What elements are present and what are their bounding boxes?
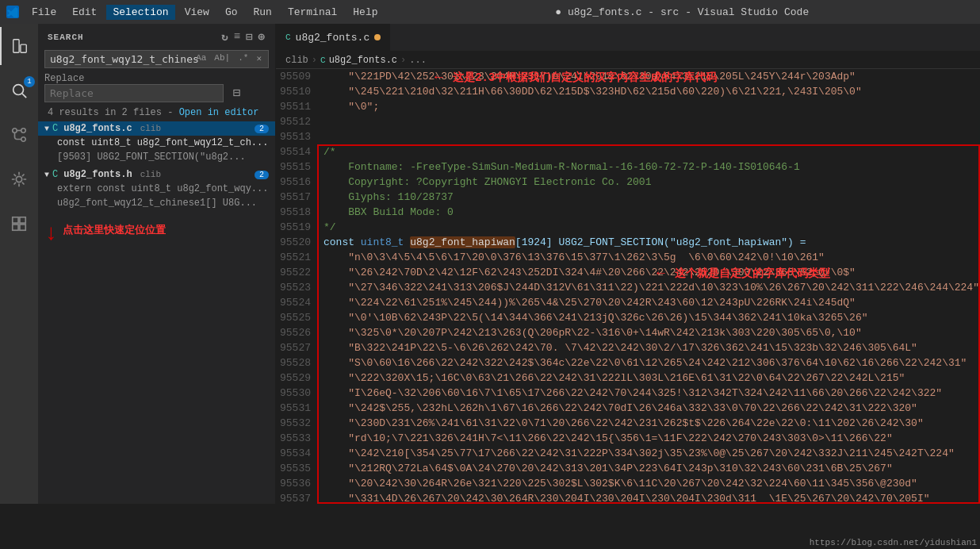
file-group-header-2[interactable]: ▼ C u8g2_fonts.h clib 2 <box>38 167 275 182</box>
match-word-icon[interactable]: Ab| <box>212 52 232 64</box>
tab-u8g2-fonts[interactable]: C u8g2_fonts.c <box>276 24 391 51</box>
menu-view[interactable]: View <box>178 5 216 20</box>
filename-1: u8g2_fonts.c <box>63 123 132 134</box>
menu-terminal[interactable]: Terminal <box>281 5 343 20</box>
search-input-wrap: Aa Ab| .* ✕ <box>38 47 275 71</box>
annotation-text: 点击这里快速定位位置 <box>63 223 166 237</box>
count-badge-2: 2 <box>255 171 269 179</box>
svg-rect-11 <box>20 225 25 230</box>
match-text-1-1: const uint8_t u8g2_font_wqy12_t_ch... <box>57 137 268 148</box>
replace-label: Replace <box>44 73 84 84</box>
replace-wrap: Replace ⊟ <box>38 71 275 104</box>
breadcrumb: clib › C u8g2_fonts.c › ... <box>276 52 980 69</box>
c-file-icon-2: C <box>52 169 58 180</box>
activity-extensions[interactable] <box>0 205 38 243</box>
sidebar-icons: ↻ ≡ ⊟ ⊕ <box>221 30 266 44</box>
filepath-2: clib <box>140 170 161 179</box>
breadcrumb-file[interactable]: u8g2_fonts.c <box>329 55 397 66</box>
menu-help[interactable]: Help <box>346 5 384 20</box>
main-layout: 1 S <box>0 24 980 504</box>
menu-file[interactable]: File <box>25 5 63 20</box>
breadcrumb-ellipsis[interactable]: ... <box>409 55 427 66</box>
activitybar: 1 <box>0 24 38 504</box>
activity-debug[interactable] <box>0 160 38 198</box>
file-match-1-1[interactable]: const uint8_t u8g2_font_wqy12_t_ch... <box>38 136 275 150</box>
svg-point-6 <box>21 129 26 133</box>
menu-run[interactable]: Run <box>247 5 278 20</box>
down-arrow-icon: ↓ <box>44 223 58 245</box>
titlebar: File Edit Selection View Go Run Terminal… <box>0 0 980 24</box>
svg-rect-0 <box>13 40 19 53</box>
c-file-icon-1: C <box>52 123 58 134</box>
svg-rect-9 <box>20 217 25 223</box>
svg-point-4 <box>13 129 17 133</box>
count-badge-1: 2 <box>255 125 269 133</box>
svg-point-5 <box>21 137 26 142</box>
breadcrumb-sep-2: › <box>400 55 406 66</box>
new-search-icon[interactable]: ⊕ <box>258 30 266 44</box>
search-options: Aa Ab| .* ✕ <box>193 52 264 64</box>
replace-options-icon[interactable]: ⊟ <box>233 86 241 101</box>
sidebar-title: SEARCH <box>48 33 84 42</box>
file-match-2-2[interactable]: u8g2_font_wqy12_t_chinese1[] U8G... <box>38 196 275 210</box>
match-text-2-1: extern const uint8_t u8g2_font_wqy... <box>57 183 268 194</box>
file-match-1-2[interactable]: [9503] U8G2_FONT_SECTION("u8g2... <box>38 150 275 164</box>
results-count: 4 results in 2 files - <box>48 107 179 118</box>
results-header: 4 results in 2 files - Open in editor <box>38 104 275 121</box>
match-case-icon[interactable]: Aa <box>193 52 209 64</box>
activity-explorer[interactable] <box>0 27 38 65</box>
breadcrumb-c-icon: C <box>320 56 326 65</box>
regex-icon[interactable]: .* <box>235 52 251 64</box>
menu-edit[interactable]: Edit <box>66 5 103 20</box>
search-badge: 1 <box>24 76 35 87</box>
watermark: https://blog.csdn.net/yidushian1 <box>810 538 977 547</box>
svg-point-2 <box>13 85 24 95</box>
menu-go[interactable]: Go <box>219 5 244 20</box>
filepath-1: clib <box>140 124 161 133</box>
clear-icon[interactable]: ≡ <box>234 30 241 44</box>
svg-line-3 <box>22 94 26 98</box>
activity-source-control[interactable] <box>0 116 38 154</box>
refresh-icon[interactable]: ↻ <box>221 30 228 44</box>
sidebar-header: SEARCH ↻ ≡ ⊟ ⊕ <box>38 24 275 47</box>
breadcrumb-sep-1: › <box>312 55 317 66</box>
code-content[interactable]: "\221PD\42\252\301\223\204H\231Y)b\241\2… <box>317 69 980 504</box>
sidebar-annotation: ↓ 点击这里快速定位位置 <box>38 213 275 245</box>
chevron-down-icon-2: ▼ <box>44 171 49 179</box>
svg-rect-10 <box>13 225 18 230</box>
tab-label: u8g2_fonts.c <box>296 32 370 44</box>
line-numbers: 9550995510955119551295513955149551595516… <box>276 69 317 504</box>
svg-rect-1 <box>21 44 26 52</box>
tab-file-icon: C <box>285 33 291 42</box>
file-group-header-1[interactable]: ▼ C u8g2_fonts.c clib 2 <box>38 121 275 136</box>
editor-area: C u8g2_fonts.c clib › C u8g2_fonts.c › .… <box>276 24 980 504</box>
sidebar: SEARCH ↻ ≡ ⊟ ⊕ Aa Ab| .* ✕ Replace ⊟ 4 r… <box>38 24 276 504</box>
replace-input[interactable] <box>44 84 224 102</box>
svg-rect-8 <box>13 217 18 223</box>
filename-2: u8g2_fonts.h <box>63 169 132 180</box>
tab-modified-dot <box>374 34 381 40</box>
window-title: ● u8g2_fonts.c - src - Visual Studio Cod… <box>391 6 974 18</box>
file-group-2: ▼ C u8g2_fonts.h clib 2 extern const uin… <box>38 167 275 210</box>
vscode-icon <box>6 6 19 18</box>
chevron-down-icon-1: ▼ <box>44 125 49 133</box>
match-text-1-2: [9503] U8G2_FONT_SECTION("u8g2... <box>57 152 246 163</box>
tabbar: C u8g2_fonts.c <box>276 24 980 52</box>
file-group-1: ▼ C u8g2_fonts.c clib 2 const uint8_t u8… <box>38 121 275 164</box>
close-search-icon[interactable]: ✕ <box>254 52 264 64</box>
code-container: ← 这是2.3中根据我们自定义的汉字内容生成的字库代码 ← 这个就是自定义的字库… <box>276 69 980 504</box>
match-text-2-2: u8g2_font_wqy12_t_chinese1[] U8G... <box>57 198 257 209</box>
collapse-icon[interactable]: ⊟ <box>246 30 253 44</box>
menu-bar: File Edit Selection View Go Run Terminal… <box>25 5 385 20</box>
arrow-container: ↓ <box>44 223 58 245</box>
breadcrumb-clib[interactable]: clib <box>285 55 308 66</box>
file-match-2-1[interactable]: extern const uint8_t u8g2_font_wqy... <box>38 182 275 196</box>
menu-selection[interactable]: Selection <box>106 5 174 20</box>
svg-point-7 <box>16 176 21 182</box>
open-in-editor-link[interactable]: Open in editor <box>179 107 259 118</box>
